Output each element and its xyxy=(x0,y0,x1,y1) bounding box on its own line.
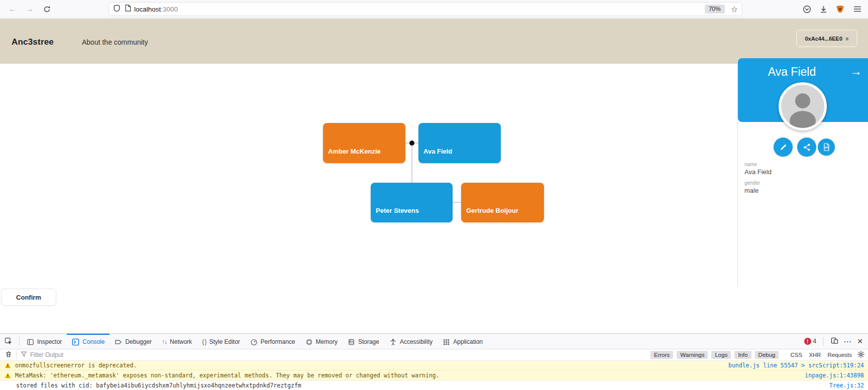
zoom-level-badge[interactable]: 70% xyxy=(705,5,725,14)
field-label: name xyxy=(744,162,772,167)
filter-funnel-icon xyxy=(21,351,27,359)
warning-icon xyxy=(0,372,15,378)
console-message-text: stored files with cid: bafybeia4ibu6iycd… xyxy=(15,382,829,389)
shield-icon[interactable] xyxy=(113,5,121,14)
app-header: Anc3stree About the community 0xAc44...6… xyxy=(0,19,868,64)
console-message-text: MetaMask: 'ethereum._metamask' exposes n… xyxy=(15,372,805,379)
browser-toolbar: ← → localhost:3000 70% ☆ xyxy=(0,0,868,18)
tree-connector xyxy=(411,143,412,183)
filter-output-input[interactable] xyxy=(30,351,181,358)
menu-hamburger-icon[interactable] xyxy=(852,4,862,14)
panel-person-title: Ava Field xyxy=(738,65,846,79)
tab-label: Debugger xyxy=(125,338,152,345)
wallet-address-label: 0xAc44...6EE0 xyxy=(805,36,842,42)
reload-icon[interactable] xyxy=(40,3,53,16)
tree-union-dot[interactable] xyxy=(409,141,414,146)
filter-debug-button[interactable]: Debug xyxy=(755,351,779,359)
metamask-fox-icon[interactable] xyxy=(835,4,845,14)
devtools-tab-bar: Inspector Console Debugger ↑↓ Network { … xyxy=(0,334,868,349)
console-source-link[interactable]: inpage.js:1:43898 xyxy=(805,372,868,379)
pdf-export-button[interactable]: PDF xyxy=(818,139,835,156)
filter-info-button[interactable]: Info xyxy=(734,351,751,359)
console-source-link[interactable]: bundle.js line 55547 > srcScript:519:24 xyxy=(728,362,868,369)
console-message-row[interactable]: MetaMask: 'ethereum._metamask' exposes n… xyxy=(0,370,868,380)
console-filter-buttons: Errors Warnings Logs Info Debug CSS XHR … xyxy=(650,350,865,360)
responsive-design-icon[interactable] xyxy=(831,337,838,346)
console-icon xyxy=(72,338,79,346)
filter-logs-button[interactable]: Logs xyxy=(711,351,731,359)
console-message-row[interactable]: stored files with cid: bafybeia4ibu6iycd… xyxy=(0,380,868,390)
filter-requests-button[interactable]: Requests xyxy=(826,351,853,359)
edit-pencil-button[interactable] xyxy=(774,138,793,157)
back-icon[interactable]: ← xyxy=(6,3,19,16)
console-source-link[interactable]: Tree.js:32 xyxy=(829,382,868,389)
tab-memory[interactable]: Memory xyxy=(300,334,343,349)
field-value: male xyxy=(744,187,760,194)
tree-node-ava-field[interactable]: Ava Field xyxy=(418,123,501,163)
tab-label: Network xyxy=(170,338,192,345)
inspector-icon xyxy=(27,338,34,346)
tree-node-label: Amber McKenzie xyxy=(328,148,381,155)
devtools-menu-icon[interactable]: ⋯ xyxy=(843,337,852,346)
field-label: gender xyxy=(744,180,760,186)
tab-label: Performance xyxy=(261,338,295,345)
brand-logo[interactable]: Anc3stree xyxy=(12,37,54,47)
confirm-button[interactable]: Confirm xyxy=(1,289,56,306)
panel-collapse-arrow-icon[interactable]: → xyxy=(850,64,862,78)
clear-console-trash-icon[interactable] xyxy=(3,350,14,359)
tree-node-peter-stevens[interactable]: Peter Stevens xyxy=(371,183,453,222)
filter-warnings-button[interactable]: Warnings xyxy=(677,351,708,359)
tab-performance[interactable]: Performance xyxy=(245,334,300,349)
tree-connector xyxy=(453,202,461,203)
memory-chip-icon xyxy=(305,338,313,346)
tab-label: Accessibility xyxy=(400,338,432,345)
tab-inspector[interactable]: Inspector xyxy=(22,334,67,349)
error-count: 4 xyxy=(813,338,817,345)
pick-element-icon[interactable] xyxy=(0,334,17,349)
tree-node-gertrude-boijour[interactable]: Gertrude Boijour xyxy=(461,183,544,222)
devtools-panel: Inspector Console Debugger ↑↓ Network { … xyxy=(0,333,868,390)
network-arrows-icon: ↑↓ xyxy=(162,338,167,345)
divider xyxy=(823,337,824,346)
divider xyxy=(19,337,20,346)
tab-storage[interactable]: Storage xyxy=(343,334,384,349)
error-count-badge[interactable]: ! 4 xyxy=(804,338,817,345)
avatar xyxy=(779,82,827,131)
console-message-text: onmozfullscreenerror is deprecated. xyxy=(15,362,728,369)
tab-application[interactable]: Application xyxy=(438,334,488,349)
storage-icon xyxy=(348,338,355,346)
devtools-close-icon[interactable]: ✕ xyxy=(857,337,863,345)
field-name: name Ava Field xyxy=(744,162,772,176)
tree-node-amber-mckenzie[interactable]: Amber McKenzie xyxy=(323,123,405,163)
console-settings-gear-icon[interactable] xyxy=(857,350,865,360)
tab-debugger[interactable]: Debugger xyxy=(110,334,157,349)
nav-about-community-link[interactable]: About the community xyxy=(82,38,148,46)
bookmark-star-icon[interactable]: ☆ xyxy=(731,5,738,14)
url-bar[interactable]: localhost:3000 70% ☆ xyxy=(108,2,742,16)
tree-node-label: Ava Field xyxy=(423,148,452,155)
field-value: Ava Field xyxy=(744,168,772,176)
tab-label: Memory xyxy=(316,338,338,345)
tab-label: Inspector xyxy=(37,338,62,345)
console-message-row[interactable]: onmozfullscreenerror is deprecated. bund… xyxy=(0,361,868,370)
tab-network[interactable]: ↑↓ Network xyxy=(157,334,197,349)
tab-accessibility[interactable]: Accessibility xyxy=(384,334,438,349)
tab-style-editor[interactable]: { } Style Editor xyxy=(197,334,245,349)
tab-label: Storage xyxy=(358,338,379,345)
wallet-address-button[interactable]: 0xAc44...6EE0 ≡ xyxy=(796,30,857,47)
url-text: localhost:3000 xyxy=(134,6,178,13)
field-gender: gender male xyxy=(744,180,760,194)
tab-label: Console xyxy=(82,338,104,345)
page-icon xyxy=(125,5,131,14)
filter-xhr-button[interactable]: XHR xyxy=(807,351,822,359)
share-button[interactable] xyxy=(797,138,816,157)
tab-console[interactable]: Console xyxy=(67,334,110,349)
filter-errors-button[interactable]: Errors xyxy=(650,351,673,359)
pocket-icon[interactable] xyxy=(802,4,812,14)
warning-icon xyxy=(0,362,15,368)
divider xyxy=(16,350,17,359)
forward-icon[interactable]: → xyxy=(23,3,36,16)
filter-css-button[interactable]: CSS xyxy=(789,351,804,359)
debugger-icon xyxy=(115,338,122,346)
download-icon[interactable] xyxy=(818,4,828,14)
